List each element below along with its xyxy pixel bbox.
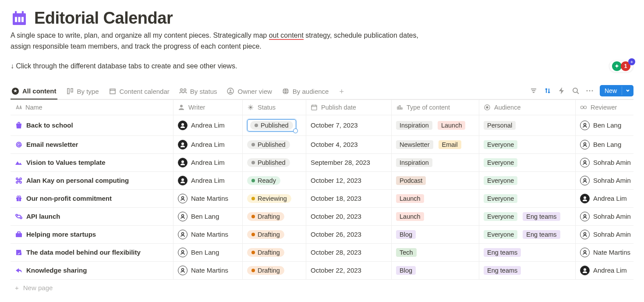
writer-name: Nate Martins <box>191 231 228 238</box>
audience-tag: Everyone <box>484 230 517 239</box>
svg-point-45 <box>182 196 184 199</box>
svg-point-11 <box>184 89 186 91</box>
avatar <box>580 158 590 167</box>
sort-icon[interactable] <box>544 87 552 95</box>
writer-name: Nate Martins <box>191 195 228 202</box>
svg-point-31 <box>181 123 184 126</box>
svg-point-58 <box>584 268 586 271</box>
reviewer-name: Sohrab Amin <box>593 213 631 220</box>
type-tag: Launch <box>438 121 466 130</box>
table-row[interactable]: Alan Kay on personal computingAndrea Lim… <box>11 172 633 190</box>
col-writer[interactable]: Writer <box>173 100 243 115</box>
status-selected-cell[interactable]: Published <box>247 119 296 131</box>
row-icon <box>15 195 23 202</box>
writer-name: Andrea Lim <box>191 121 225 129</box>
svg-point-10 <box>180 89 182 91</box>
reviewer-name: Ben Lang <box>593 141 621 148</box>
automation-icon[interactable] <box>558 87 566 95</box>
tab-by-audience[interactable]: By audience <box>281 85 330 99</box>
svg-point-50 <box>584 214 586 217</box>
star-icon <box>11 87 19 95</box>
page-title[interactable]: Editorial Calendar <box>34 9 173 28</box>
content-table: Name Writer Status Publish date Type of … <box>11 99 633 296</box>
audience-tag: Everyone <box>484 212 517 221</box>
new-page-button[interactable]: + New page <box>11 280 633 296</box>
col-type[interactable]: Type of content <box>392 100 479 115</box>
table-row[interactable]: Our non-profit commitmentNate MartinsRev… <box>11 190 633 208</box>
col-status[interactable]: Status <box>243 100 306 115</box>
reviewer-name: Andrea Lim <box>593 266 627 274</box>
group-icon <box>179 87 187 95</box>
presence-widget[interactable]: ✦ 1 + <box>609 60 633 72</box>
filter-icon[interactable] <box>530 87 538 95</box>
svg-point-21 <box>589 90 590 92</box>
table-row[interactable]: Email newsletterAndrea LimPublishedOctob… <box>11 136 633 154</box>
tab-by-type[interactable]: By type <box>65 85 100 99</box>
tab-by-status[interactable]: By status <box>178 85 218 99</box>
svg-rect-51 <box>16 233 22 237</box>
row-icon <box>15 231 23 238</box>
type-tag: Launch <box>396 194 424 203</box>
chevron-down-icon[interactable] <box>622 86 633 95</box>
table-row[interactable]: Vision to Values templateAndrea LimPubli… <box>11 154 633 172</box>
avatar <box>580 140 590 149</box>
table-row[interactable]: The data model behind our flexibilityBen… <box>11 244 633 262</box>
svg-point-34 <box>181 142 184 145</box>
avatar <box>178 248 188 257</box>
tab-content-calendar[interactable]: Content calendar <box>108 85 170 99</box>
table-row[interactable]: API launchBen LangDraftingOctober 20, 20… <box>11 208 633 226</box>
publish-date: October 28, 2023 <box>311 249 361 256</box>
status-badge: Drafting <box>247 266 284 275</box>
add-view-button[interactable]: + <box>337 85 346 98</box>
svg-rect-5 <box>21 17 24 22</box>
row-title: Alan Kay on personal computing <box>26 177 129 184</box>
writer-name: Ben Lang <box>191 249 219 256</box>
row-title: Helping more startups <box>26 231 96 238</box>
svg-point-56 <box>584 250 586 252</box>
svg-rect-42 <box>18 198 19 201</box>
row-icon <box>15 213 23 220</box>
publish-date: October 20, 2023 <box>311 213 361 220</box>
type-tag: Tech <box>396 248 417 257</box>
table-row[interactable]: Knowledge sharingNate MartinsDraftingOct… <box>11 262 633 280</box>
plus-icon: + <box>15 284 19 291</box>
hint-text: ↓ Click through the different database t… <box>11 62 237 70</box>
type-tag: Email <box>439 140 461 149</box>
table-row[interactable]: Helping more startupsNate MartinsDraftin… <box>11 226 633 244</box>
col-date[interactable]: Publish date <box>306 100 392 115</box>
avatar <box>580 212 590 221</box>
tab-all-content[interactable]: All content <box>11 85 57 99</box>
page-description[interactable]: A single space to write, plan, and organ… <box>11 30 431 52</box>
svg-rect-8 <box>71 89 73 92</box>
avatar <box>580 121 590 130</box>
search-icon[interactable] <box>572 87 580 95</box>
reviewer-name: Andrea Lim <box>593 195 627 202</box>
type-tag: Blog <box>396 266 416 275</box>
col-name[interactable]: Name <box>11 100 173 115</box>
svg-point-55 <box>182 250 184 252</box>
svg-point-38 <box>181 178 184 181</box>
tab-owner-view[interactable]: Owner view <box>226 85 272 99</box>
svg-rect-7 <box>67 89 69 94</box>
more-icon[interactable] <box>586 87 594 95</box>
svg-point-47 <box>16 214 18 216</box>
new-button[interactable]: New <box>600 85 633 96</box>
col-reviewer[interactable]: Reviewer <box>576 100 644 115</box>
publish-date: September 28, 2023 <box>311 159 370 166</box>
row-title: Vision to Values template <box>26 159 106 166</box>
col-audience[interactable]: Audience <box>479 100 576 115</box>
table-row[interactable]: Back to schoolAndrea LimPublishedOctober… <box>11 115 633 136</box>
reviewer-name: Sohrab Amin <box>593 177 631 184</box>
globe-icon <box>282 87 290 95</box>
svg-point-44 <box>19 196 21 198</box>
avatar <box>580 230 590 239</box>
publish-date: October 7, 2023 <box>311 121 358 129</box>
svg-rect-30 <box>17 124 21 128</box>
audience-tag: Everyone <box>484 176 517 185</box>
avatar <box>178 266 188 275</box>
row-icon <box>15 141 23 148</box>
type-tag: Newsletter <box>396 140 433 149</box>
avatar <box>178 176 188 185</box>
audience-tag: Eng teams <box>523 230 560 239</box>
svg-point-19 <box>573 88 577 92</box>
